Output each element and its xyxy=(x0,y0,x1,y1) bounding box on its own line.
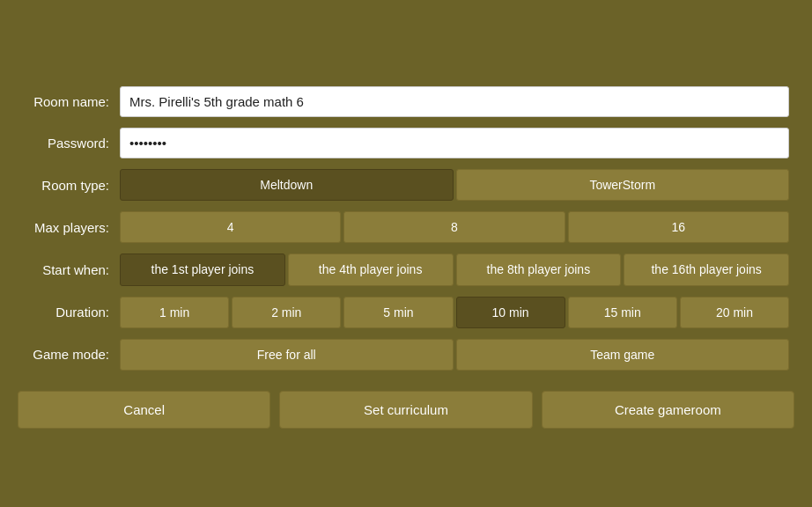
room-type-cell: MeltdownTowerStorm xyxy=(114,166,794,203)
list-item[interactable]: 16 xyxy=(568,211,789,243)
list-item[interactable]: Team game xyxy=(456,339,790,371)
game-mode-cell: Free for allTeam game xyxy=(114,336,794,373)
list-item[interactable]: TowerStorm xyxy=(456,169,790,201)
list-item[interactable]: 1 min xyxy=(120,297,229,328)
room-name-cell xyxy=(114,84,794,120)
start-when-cell: the 1st player joinsthe 4th player joins… xyxy=(114,251,794,288)
room-name-label: Room name: xyxy=(18,84,114,120)
list-item[interactable]: 20 min xyxy=(680,297,789,328)
duration-cell: 1 min2 min5 min10 min15 min20 min xyxy=(114,294,794,331)
list-item[interactable]: Free for all xyxy=(120,339,454,371)
list-item[interactable]: the 4th player joins xyxy=(288,254,454,285)
list-item[interactable]: 4 xyxy=(120,211,341,243)
room-type-options: MeltdownTowerStorm xyxy=(120,169,789,201)
list-item[interactable]: the 8th player joins xyxy=(456,254,622,285)
room-name-input[interactable] xyxy=(120,86,789,117)
list-item[interactable]: the 1st player joins xyxy=(120,254,285,285)
password-cell xyxy=(114,125,794,161)
cancel-button[interactable]: Cancel xyxy=(18,391,270,429)
max-players-options: 4816 xyxy=(120,211,789,243)
start-when-options: the 1st player joinsthe 4th player joins… xyxy=(120,254,789,285)
list-item[interactable]: 15 min xyxy=(568,297,677,328)
duration-options: 1 min2 min5 min10 min15 min20 min xyxy=(120,297,789,328)
room-type-label: Room type: xyxy=(18,166,114,203)
list-item[interactable]: 5 min xyxy=(343,297,453,328)
max-players-cell: 4816 xyxy=(114,209,794,246)
list-item[interactable]: 10 min xyxy=(456,297,565,328)
game-mode-label: Game mode: xyxy=(18,336,114,373)
list-item[interactable]: Meltdown xyxy=(120,169,454,201)
max-players-label: Max players: xyxy=(18,209,114,246)
list-item[interactable]: 2 min xyxy=(232,297,341,328)
set-curriculum-button[interactable]: Set curriculum xyxy=(279,391,532,429)
footer-buttons: Cancel Set curriculum Create gameroom xyxy=(18,391,794,429)
password-input[interactable] xyxy=(120,128,789,158)
list-item[interactable]: the 16th player joins xyxy=(624,254,789,285)
create-gameroom-button[interactable]: Create gameroom xyxy=(542,391,794,429)
start-when-label: Start when: xyxy=(18,251,114,288)
game-mode-options: Free for allTeam game xyxy=(120,339,789,371)
list-item[interactable]: 8 xyxy=(343,211,565,243)
duration-label: Duration: xyxy=(18,294,114,331)
password-label: Password: xyxy=(18,125,114,161)
